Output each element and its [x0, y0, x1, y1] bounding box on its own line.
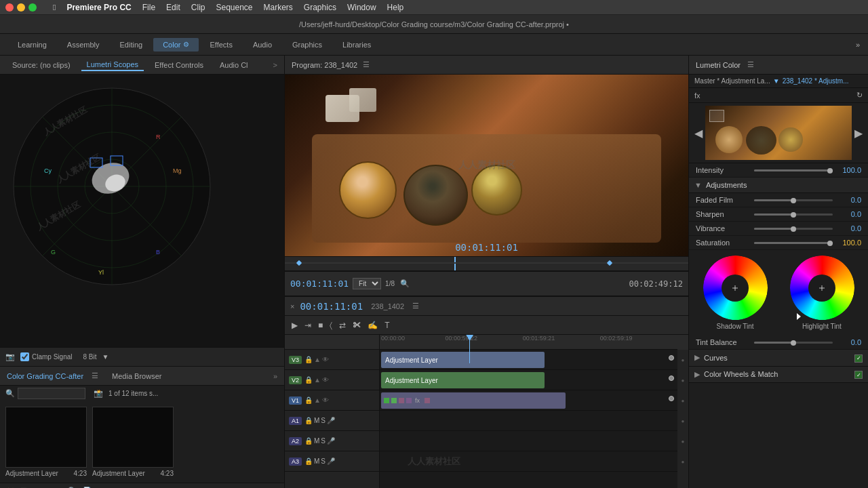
rolling-edit-tool[interactable]: 〈 — [328, 319, 334, 331]
sharpen-slider[interactable] — [754, 214, 833, 216]
v1-lock[interactable]: 🔒 — [304, 396, 313, 404]
menu-file[interactable]: File — [142, 3, 155, 12]
a3-m[interactable]: M — [314, 458, 319, 465]
lumetri-menu[interactable]: ☰ — [747, 60, 754, 69]
project-menu[interactable]: ☰ — [92, 371, 98, 380]
ripple-edit-tool[interactable]: ■ — [317, 319, 324, 331]
bit-depth-dropdown[interactable]: ▼ — [102, 353, 109, 361]
a3-lock[interactable]: 🔒 — [304, 458, 313, 465]
effect-controls-tab[interactable]: Effect Controls — [149, 60, 209, 70]
tab-editing[interactable]: Editing — [111, 38, 153, 52]
tab-effects[interactable]: Effects — [200, 38, 241, 52]
v2-eye[interactable]: 👁 — [322, 376, 329, 384]
a2-lock[interactable]: 🔒 — [304, 437, 313, 445]
text-tool[interactable]: T — [383, 319, 391, 331]
panel-more[interactable]: » — [273, 372, 277, 380]
curves-section[interactable]: ▶ Curves ✓ — [689, 350, 868, 367]
selection-tool[interactable]: ▶ — [290, 319, 299, 331]
tint-balance-slider[interactable] — [754, 342, 833, 344]
faded-film-slider[interactable] — [754, 199, 833, 201]
v3-eye[interactable]: 👁 — [322, 356, 329, 363]
shadow-tint-wheel[interactable] — [703, 256, 768, 320]
media-browser-tab[interactable]: Media Browser — [112, 372, 161, 380]
a1-mic[interactable]: 🎤 — [327, 417, 335, 424]
color-wheels-check[interactable]: ✓ — [854, 370, 863, 380]
program-menu[interactable]: ☰ — [363, 60, 370, 69]
a3-mic[interactable]: 🎤 — [327, 458, 335, 465]
menu-help[interactable]: Help — [387, 3, 404, 12]
menu-apple[interactable]:  — [53, 3, 56, 12]
v1-eye[interactable]: 👁 — [322, 396, 329, 404]
lumetri-scopes-tab[interactable]: Lumetri Scopes — [81, 59, 144, 71]
saturation-slider[interactable] — [754, 242, 833, 244]
thumb-prev[interactable]: ◀ — [692, 127, 705, 140]
v3-sync[interactable]: ▲ — [314, 356, 321, 363]
v1-clip[interactable]: fx — [381, 392, 566, 409]
menu-edit[interactable]: Edit — [166, 3, 180, 12]
tab-graphics[interactable]: Graphics — [283, 38, 332, 52]
menu-window[interactable]: Window — [347, 3, 376, 12]
panel-arrows[interactable]: > — [273, 61, 277, 69]
saturation-value[interactable]: 100.0 — [837, 239, 861, 247]
source-tab[interactable]: Source: (no clips) — [7, 60, 76, 70]
tab-color[interactable]: Color ⚙ — [153, 38, 199, 52]
a3-s[interactable]: S — [321, 458, 326, 465]
highlight-tint-wheel[interactable] — [790, 256, 854, 320]
intensity-slider[interactable] — [754, 169, 833, 171]
workspace-more[interactable]: » — [856, 41, 860, 49]
v2-clip[interactable]: Adjustment Layer — [381, 372, 545, 388]
curves-check[interactable]: ✓ — [854, 353, 863, 363]
project-search-input[interactable] — [18, 388, 85, 399]
sharpen-value[interactable]: 0.0 — [837, 210, 861, 218]
maximize-button[interactable] — [28, 3, 37, 12]
razor-tool[interactable]: ✀ — [351, 319, 362, 331]
v1-sync[interactable]: ▲ — [314, 396, 321, 404]
v2-lock[interactable]: 🔒 — [304, 376, 313, 384]
thumb-next[interactable]: ▶ — [852, 127, 865, 140]
a2-m[interactable]: M — [314, 437, 319, 445]
v2-sync[interactable]: ▲ — [314, 376, 321, 384]
menu-graphics[interactable]: Graphics — [304, 3, 336, 12]
a2-label[interactable]: A2 — [289, 437, 302, 445]
v1-label[interactable]: V1 — [289, 396, 302, 405]
reset-btn[interactable]: ↻ — [856, 91, 863, 100]
track-select-tool[interactable]: ⇥ — [303, 319, 313, 331]
tint-balance-value[interactable]: 0.0 — [837, 338, 861, 346]
a2-s[interactable]: S — [321, 437, 326, 445]
tab-audio[interactable]: Audio — [243, 38, 281, 52]
menu-markers[interactable]: Markers — [264, 3, 293, 12]
tab-libraries[interactable]: Libraries — [333, 38, 380, 52]
intensity-value[interactable]: 100.0 — [837, 166, 861, 174]
current-timecode[interactable]: 00:01:11:01 — [290, 279, 349, 289]
zoom-icon[interactable]: 🔍 — [400, 279, 410, 288]
preset-dropdown-icon[interactable]: ▼ — [773, 77, 780, 85]
clip-thumb-2[interactable] — [92, 407, 174, 468]
minimize-button[interactable] — [17, 3, 25, 12]
a1-label[interactable]: A1 — [289, 417, 302, 425]
v2-label[interactable]: V2 — [289, 376, 302, 384]
adjustments-section[interactable]: ▼ Adjustments — [689, 178, 868, 193]
timeline-position-bar[interactable] — [285, 256, 688, 271]
close-timeline-btn[interactable]: × — [290, 302, 294, 310]
vibrance-slider[interactable] — [754, 228, 833, 230]
clip-thumb-1[interactable] — [5, 407, 87, 468]
v3-lock[interactable]: 🔒 — [304, 356, 313, 363]
menu-clip[interactable]: Clip — [191, 3, 205, 12]
a3-label[interactable]: A3 — [289, 458, 302, 466]
vibrance-value[interactable]: 0.0 — [837, 224, 861, 232]
faded-film-value[interactable]: 0.0 — [837, 196, 861, 204]
a2-mic[interactable]: 🎤 — [327, 437, 335, 445]
scope-tool-icon[interactable]: 📷 — [5, 352, 15, 361]
menu-sequence[interactable]: Sequence — [216, 3, 252, 12]
hand-tool[interactable]: ✍ — [366, 319, 379, 331]
timeline-menu[interactable]: ☰ — [412, 302, 419, 310]
color-wheels-match-section[interactable]: ▶ Color Wheels & Match ✓ — [689, 367, 868, 384]
slip-tool[interactable]: ⇄ — [338, 319, 347, 331]
v3-clip[interactable]: Adjustment Layer — [381, 352, 545, 368]
a1-lock[interactable]: 🔒 — [304, 417, 313, 424]
audio-cl-tab[interactable]: Audio Cl — [214, 60, 254, 70]
timeline-timecode[interactable]: 00:01:11:01 — [300, 301, 363, 312]
a1-m[interactable]: M — [314, 417, 319, 424]
fit-select[interactable]: Fit — [353, 278, 381, 289]
a1-s[interactable]: S — [321, 417, 326, 424]
